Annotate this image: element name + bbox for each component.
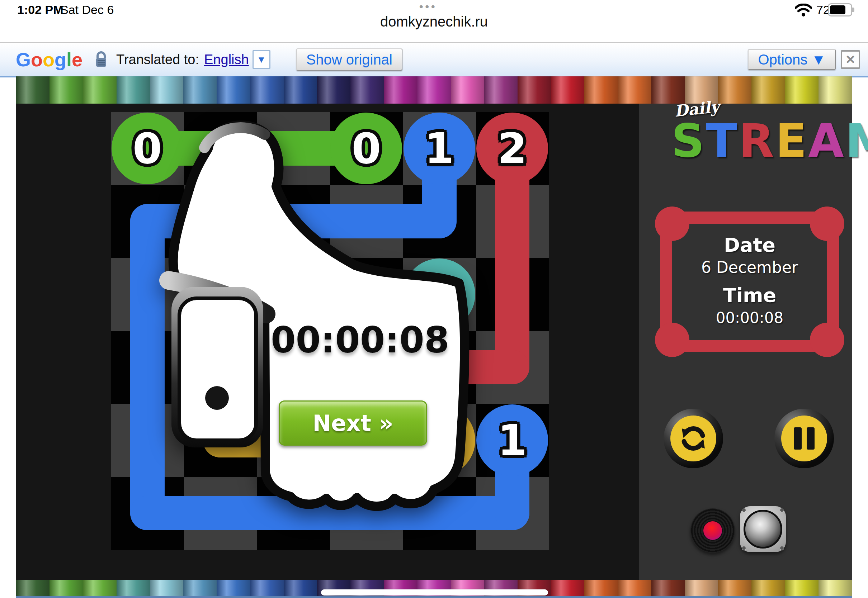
restart-button[interactable] (663, 409, 723, 468)
time-value: 00:00:08 (672, 309, 827, 327)
endpoint-number: 1 (497, 416, 527, 465)
home-indicator[interactable] (321, 589, 548, 595)
refresh-icon (678, 423, 708, 453)
logo-letter: S (672, 114, 706, 167)
logo-letter: A (808, 114, 846, 167)
flow-endpoint-red[interactable]: 2 (476, 112, 548, 184)
logo-stream: STREAM (672, 114, 840, 168)
panel-corner-dot (655, 323, 689, 357)
logo-letter: M (846, 114, 868, 167)
pause-icon (781, 416, 827, 461)
datetime-panel: Date 6 December Time 00:00:08 (660, 212, 839, 352)
pause-button[interactable] (774, 409, 834, 468)
logo-letter: T (706, 114, 739, 167)
endpoint-number: 2 (497, 124, 527, 173)
date-value: 6 December (672, 258, 827, 277)
next-button[interactable]: Next » (279, 401, 427, 446)
music-toggle-vinyl-icon[interactable] (690, 508, 735, 553)
ipad-screen: 1:02 PM Sat Dec 6 ••• domkyznechik.ru 72… (0, 0, 868, 598)
flow-endpoint-blue[interactable]: 1 (476, 404, 548, 476)
date-label: Date (672, 234, 827, 256)
sound-toggle-speaker-icon[interactable] (740, 506, 786, 552)
logo-letter: R (739, 114, 776, 167)
panel-corner-dot (810, 323, 844, 357)
time-label: Time (672, 284, 827, 306)
logo-letter: E (775, 114, 808, 167)
completion-timer: 00:00:08 (271, 319, 436, 361)
